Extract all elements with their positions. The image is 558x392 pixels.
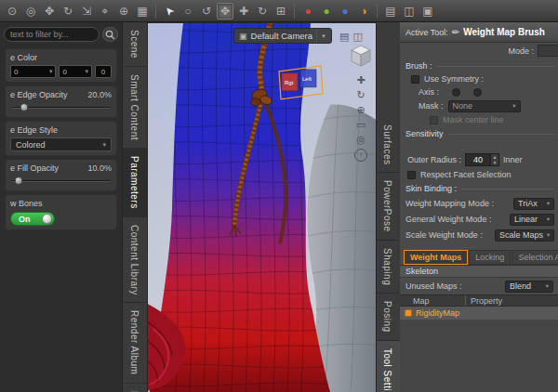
general-weight-mode-dropdown[interactable]: Linear ▾ [510, 214, 554, 226]
mesh-grid-icon[interactable]: ▦ [134, 3, 151, 20]
use-symmetry-checkbox[interactable] [411, 75, 419, 84]
tab-powerpose[interactable]: PowerPose [377, 173, 400, 241]
color-dropdown[interactable]: 0▾ [10, 65, 56, 78]
scale-tool-icon[interactable]: ⊞ [272, 3, 289, 20]
search-icon[interactable] [102, 27, 118, 42]
render-options-icon[interactable]: ▤ [339, 31, 349, 43]
param-value: 20.0% [87, 90, 112, 99]
orbit-icon[interactable]: ↻ [356, 89, 365, 101]
orbit-tool-icon[interactable]: ↺ [198, 3, 215, 20]
dolly-zoom-icon[interactable]: ⊕ [356, 104, 365, 116]
aim-icon[interactable]: ◎ [356, 134, 365, 146]
respect-facet-checkbox[interactable] [407, 171, 416, 179]
table-row-rigiditymap[interactable]: RigidityMap [400, 307, 558, 320]
toggle-knob [42, 214, 52, 224]
chevron-down-icon: ▾ [547, 231, 550, 239]
param-edge-style: e Edge Style Colored ▾ [5, 121, 117, 156]
mode-dropdown[interactable] [538, 45, 558, 57]
tab-tool-settings[interactable]: Tool Settings [377, 341, 400, 392]
pan-icon[interactable]: ✚ [356, 74, 365, 86]
green-ball-icon[interactable]: ● [318, 3, 335, 20]
main-toolbar: ⊙ ◎ ✥ ↻ ⇲ ⌖ ⊕ ▦ ➤ ○ ↺ ✥ ✚ ↻ ⊞ ● ● ● ◑ ▤ … [0, 0, 558, 22]
aspect-frame-icon[interactable]: ◫ [352, 31, 362, 43]
toolbar-separator [294, 4, 295, 19]
weight-mapping-mode-dropdown[interactable]: TriAx ▾ [513, 198, 554, 210]
weight-maps-tab-bar: Weight Maps Locking Selection A [404, 249, 558, 265]
respect-facet-label: Respect Facet Selection [420, 170, 512, 179]
bone-rotate-icon[interactable]: ↻ [60, 3, 76, 20]
tab-render-album[interactable]: Render Album [123, 303, 147, 383]
edge-style-dropdown[interactable]: Colored ▾ [10, 137, 112, 151]
chevron-down-icon[interactable]: ▼ [316, 29, 326, 43]
bone-scale-icon[interactable]: ⇲ [78, 3, 95, 20]
viewport-canvas[interactable]: Rgt Left [148, 23, 376, 392]
gizmo-left-label: Left [302, 76, 312, 82]
node-align-icon[interactable]: ◎ [22, 3, 39, 20]
spin-down-icon[interactable]: ▼ [491, 160, 498, 165]
unused-maps-dropdown[interactable]: Blend ▾ [505, 281, 553, 293]
mask-center-checkbox[interactable] [430, 116, 438, 124]
end-point-icon[interactable]: ⊕ [115, 3, 132, 20]
blue-ball-icon[interactable]: ● [337, 3, 353, 20]
shaded-ball-icon[interactable]: ◑ [355, 3, 372, 20]
tab-parameters[interactable]: Parameters [123, 149, 147, 217]
filter-input[interactable] [4, 27, 100, 42]
weight-map-brush-icon: ✏ [452, 27, 459, 37]
column-header-property[interactable]: Property [465, 295, 558, 306]
translate-tool-icon[interactable]: ✚ [235, 3, 252, 20]
outer-radius-spinner[interactable]: 40 ▲ ▼ [465, 153, 499, 166]
tab-render-settings[interactable]: Render Se [123, 384, 147, 392]
slider-track [12, 180, 110, 182]
split-view-icon[interactable]: ◫ [401, 3, 418, 20]
param-label: w Bones [10, 199, 112, 208]
color-value-field[interactable]: 0 [95, 65, 112, 78]
skeleton-row[interactable]: Skeleton [400, 265, 558, 278]
sensitivity-section-header: Sensitivity [400, 126, 558, 140]
lasso-tool-icon[interactable]: ○ [179, 3, 196, 20]
tab-smart-content[interactable]: Smart Content [123, 67, 147, 149]
fill-opacity-slider[interactable] [10, 176, 112, 187]
axis-radio[interactable] [473, 88, 482, 97]
daz-studio-window: ⊙ ◎ ✥ ↻ ⇲ ⌖ ⊕ ▦ ➤ ○ ↺ ✥ ✚ ↻ ⊞ ● ● ● ◑ ▤ … [0, 0, 558, 392]
universal-tool-icon[interactable]: ✥ [217, 3, 233, 20]
viewport-nav-controls: ✚ ↻ ⊕ ▭ ◎ ↑ [349, 44, 373, 162]
scale-weight-mode-dropdown[interactable]: Scale Maps ▾ [495, 229, 554, 242]
tab-scene[interactable]: Scene [123, 22, 147, 67]
tab-shaping[interactable]: Shaping [377, 241, 400, 294]
tab-selection[interactable]: Selection A [512, 250, 558, 265]
bone-translate-icon[interactable]: ✥ [41, 3, 58, 20]
left-tab-bar: Scene Smart Content Parameters Content L… [122, 22, 148, 392]
red-ball-icon[interactable]: ● [299, 3, 316, 20]
axis-radio[interactable] [452, 88, 460, 97]
chevron-down-icon: ▾ [102, 141, 106, 149]
slider-knob[interactable] [14, 176, 22, 185]
panel-dock-icon[interactable]: ▣ [419, 3, 436, 20]
mask-dropdown[interactable]: None ▾ [448, 100, 521, 112]
inner-radius-label: Inner [503, 155, 523, 164]
tab-weight-maps[interactable]: Weight Maps [404, 250, 468, 265]
tab-locking[interactable]: Locking [469, 250, 511, 265]
weight-mapping-mode-row: Weight Mapping Mode : TriAx ▾ [405, 197, 554, 210]
slider-knob[interactable] [20, 103, 29, 111]
column-header-map[interactable]: Map [400, 295, 465, 306]
layout-grid-icon[interactable]: ▤ [382, 3, 399, 20]
joint-editor-icon[interactable]: ⊙ [4, 3, 20, 20]
tab-posing[interactable]: Posing [377, 294, 400, 341]
camera-selector[interactable]: ▣ Default Camera ▼ [233, 28, 332, 44]
edge-opacity-slider[interactable] [10, 102, 112, 113]
scroll-up-icon[interactable]: ↑ [354, 149, 367, 162]
color-dropdown[interactable]: 0▾ [59, 65, 92, 78]
pointer-tool-icon[interactable]: ➤ [157, 0, 180, 22]
view-cube[interactable] [349, 44, 373, 72]
active-tool-name: Weight Map Brush [463, 27, 545, 37]
outer-radius-label: Outer Radius : [407, 155, 461, 164]
mask-row: Mask : None ▾ [400, 98, 558, 113]
tab-content-library[interactable]: Content Library [123, 217, 147, 304]
respect-facet-row: Respect Facet Selection [400, 168, 558, 181]
center-point-icon[interactable]: ⌖ [97, 3, 113, 20]
tab-surfaces[interactable]: Surfaces [377, 117, 400, 173]
scale-weight-mode-row: Scale Weight Mode : Scale Maps ▾ [405, 229, 554, 242]
frame-icon[interactable]: ▭ [356, 119, 365, 131]
bones-toggle[interactable]: On [10, 212, 55, 226]
rotate-tool-icon[interactable]: ↻ [254, 3, 271, 20]
